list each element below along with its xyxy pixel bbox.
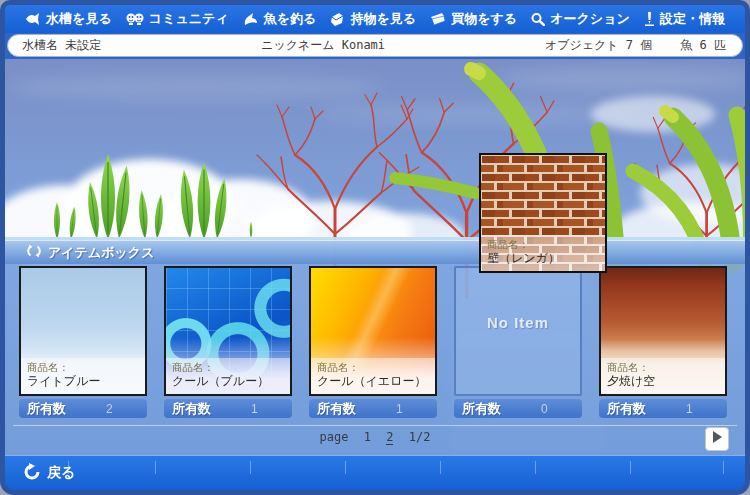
nav-label: 持物を見る xyxy=(350,10,416,28)
owned-count: 2 xyxy=(106,402,113,416)
page-label: page xyxy=(320,430,349,444)
product-name: ライトブルー xyxy=(27,374,139,389)
pagination: page 1 2 1/2 xyxy=(5,430,745,444)
settings-icon xyxy=(644,12,655,26)
owned-label: 所有数 xyxy=(317,400,356,418)
owned-count: 1 xyxy=(686,402,693,416)
product-name-label: 商品名： xyxy=(317,361,429,374)
item-label-area: 商品名： クール（イエロー） xyxy=(311,358,435,394)
item-label-area: 商品名： ライトブルー xyxy=(21,358,145,394)
owned-label: 所有数 xyxy=(27,400,66,418)
empty-item-slot[interactable]: No Item xyxy=(454,266,582,396)
product-name: 夕焼け空 xyxy=(607,374,719,389)
item-card-coolblue[interactable]: 商品名： クール（ブルー） xyxy=(164,266,292,396)
belongings-icon xyxy=(330,13,345,26)
product-name: 壁（レンガ） xyxy=(487,251,599,266)
tank-name: 水槽名 未設定 xyxy=(8,37,101,54)
nav-belongings[interactable]: 持物を見る xyxy=(330,10,416,28)
item-image: 商品名： クール（ブルー） xyxy=(166,268,290,394)
product-name-label: 商品名： xyxy=(607,361,719,374)
object-count: オブジェクト 7 個 xyxy=(545,37,652,54)
product-name: クール（ブルー） xyxy=(172,374,284,389)
divider xyxy=(630,461,631,474)
back-icon xyxy=(23,463,41,484)
item-image: 商品名： クール（イエロー） xyxy=(311,268,435,394)
divider xyxy=(535,461,536,474)
back-label: 戻る xyxy=(47,464,75,482)
no-item-label: No Item xyxy=(487,314,549,331)
item-image: 商品名： ライトブルー xyxy=(21,268,145,394)
owned-count-bar: 所有数 1 xyxy=(599,399,727,418)
divider xyxy=(723,461,724,474)
status-bar: 水槽名 未設定 ニックネーム Konami オブジェクト 7 個 魚 6 匹 xyxy=(7,34,743,57)
item-card-lightblue[interactable]: 商品名： ライトブルー xyxy=(19,266,147,396)
app-window: 水槽を見る コミュニティ 魚を釣る 持物を見る 買物をする オークション 設定・… xyxy=(0,0,750,495)
owned-count-bar: 所有数 2 xyxy=(19,399,147,418)
nav-view-tank[interactable]: 水槽を見る xyxy=(25,10,112,28)
nav-label: 設定・情報 xyxy=(660,10,725,28)
owned-count: 1 xyxy=(251,402,258,416)
nav-label: コミュニティ xyxy=(149,10,229,28)
auction-icon xyxy=(531,13,545,26)
item-slot: 商品名： ライトブルー 所有数 2 xyxy=(19,266,147,418)
owned-count: 0 xyxy=(541,402,548,416)
footer-bar: 戻る xyxy=(5,455,745,490)
brick-item-image: 商品名： 壁（レンガ） xyxy=(481,155,605,271)
item-card-sunset[interactable]: 商品名： 夕焼け空 xyxy=(599,266,727,396)
owned-count-bar: 所有数 1 xyxy=(164,399,292,418)
item-card-coolyellow[interactable]: 商品名： クール（イエロー） xyxy=(309,266,437,396)
next-page-icon xyxy=(711,430,723,448)
owned-count-bar: 所有数 1 xyxy=(309,399,437,418)
item-label-area: 商品名： 夕焼け空 xyxy=(601,358,725,394)
divider xyxy=(68,461,69,474)
product-name-label: 商品名： xyxy=(172,361,284,374)
product-name: クール（イエロー） xyxy=(317,374,429,389)
product-name-label: 商品名： xyxy=(487,238,599,251)
divider xyxy=(155,461,156,474)
divider xyxy=(440,461,441,474)
page-number-1[interactable]: 1 xyxy=(364,430,371,444)
nickname: ニックネーム Konami xyxy=(101,37,545,54)
fishing-icon xyxy=(243,13,259,26)
divider xyxy=(13,425,737,426)
item-image: 商品名： 夕焼け空 xyxy=(601,268,725,394)
owned-label: 所有数 xyxy=(172,400,211,418)
item-slot: 商品名： クール（イエロー） 所有数 1 xyxy=(309,266,437,418)
page-number-2-current[interactable]: 2 xyxy=(386,430,393,445)
selected-item-popup[interactable]: 商品名： 壁（レンガ） xyxy=(479,153,607,273)
nav-auction[interactable]: オークション xyxy=(531,10,630,28)
fish-icon xyxy=(25,13,41,25)
item-slot-empty: No Item 所有数 0 xyxy=(454,266,582,418)
top-nav: 水槽を見る コミュニティ 魚を釣る 持物を見る 買物をする オークション 設定・… xyxy=(5,5,745,33)
item-slot: 商品名： 夕焼け空 所有数 1 xyxy=(599,266,727,418)
item-box-title: アイテムボックス xyxy=(48,244,154,262)
item-box-panel: アイテムボックス 商品名： ライトブルー 所有数 2 xyxy=(5,237,745,455)
nav-label: 買物をする xyxy=(451,10,517,28)
nav-shopping[interactable]: 買物をする xyxy=(430,10,517,28)
fish-count: 魚 6 匹 xyxy=(680,37,726,54)
nav-community[interactable]: コミュニティ xyxy=(126,10,229,28)
item-label-area: 商品名： 壁（レンガ） xyxy=(481,235,605,271)
back-button[interactable]: 戻る xyxy=(5,463,75,484)
nav-fishing[interactable]: 魚を釣る xyxy=(243,10,317,28)
refresh-icon xyxy=(27,244,41,261)
divider xyxy=(250,461,251,474)
product-name-label: 商品名： xyxy=(27,361,139,374)
owned-count-bar: 所有数 0 xyxy=(454,399,582,418)
shopping-icon xyxy=(430,13,446,25)
item-box-header: アイテムボックス xyxy=(5,240,745,264)
nav-label: オークション xyxy=(550,10,630,28)
next-page-button[interactable] xyxy=(705,427,729,451)
divider xyxy=(345,461,346,474)
item-slot: 商品名： クール（ブルー） 所有数 1 xyxy=(164,266,292,418)
page-fraction: 1/2 xyxy=(409,430,431,444)
owned-count: 1 xyxy=(396,402,403,416)
owned-label: 所有数 xyxy=(462,400,501,418)
nav-label: 水槽を見る xyxy=(46,10,112,28)
owned-label: 所有数 xyxy=(607,400,646,418)
nav-label: 魚を釣る xyxy=(264,10,317,28)
community-icon xyxy=(126,13,144,25)
item-label-area: 商品名： クール（ブルー） xyxy=(166,358,290,394)
nav-settings[interactable]: 設定・情報 xyxy=(644,10,725,28)
